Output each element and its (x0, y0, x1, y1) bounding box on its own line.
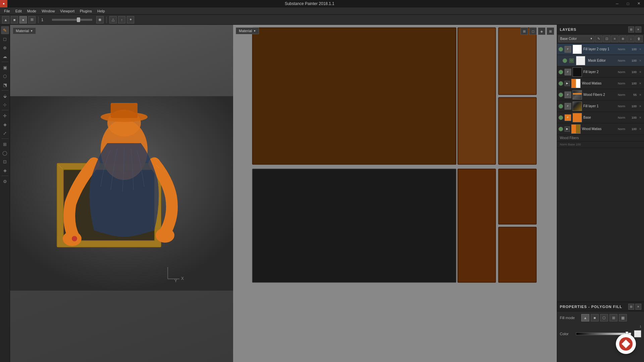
brand-logo-button[interactable] (616, 334, 636, 354)
tool-paint[interactable]: ✎ (1, 26, 9, 34)
svg-rect-24 (458, 28, 496, 165)
layer-delete-5[interactable]: ✕ (638, 104, 643, 109)
menu-file[interactable]: File (1, 8, 13, 14)
layer-tool-3[interactable]: ≡ (611, 36, 619, 42)
layers-channel-dropdown[interactable]: Base Color ▼ (558, 36, 594, 42)
brush-picker-btn[interactable]: ◉ (96, 16, 104, 23)
properties-expand-btn[interactable]: ⊞ (628, 304, 634, 310)
layer-thumb-5 (573, 102, 582, 111)
fill-mode-cube-btn[interactable]: ⬡ (600, 314, 608, 321)
window-controls: ─ □ ✕ (612, 0, 644, 7)
uv-icon-1[interactable]: ⊞ (521, 27, 528, 35)
uv-icon-2[interactable]: ◻ (529, 27, 537, 35)
layer-delete-3[interactable]: ✕ (638, 81, 643, 86)
tool-arrow-up[interactable]: ↑ (118, 16, 125, 23)
properties-close-btn[interactable]: ✕ (635, 304, 641, 310)
maximize-button[interactable]: □ (623, 0, 633, 7)
tool-color-pick[interactable]: ✛ (1, 112, 9, 120)
tool-square[interactable]: ■ (11, 16, 18, 23)
tool-extra-3[interactable]: ◈ (1, 166, 9, 174)
layer-wood-fibers2[interactable]: F Wood Fibers 2 Norm 55 ✕ (557, 89, 644, 101)
layer-vis-mask[interactable] (562, 58, 567, 63)
layer-vis-6[interactable] (558, 115, 563, 120)
tool-eraser[interactable]: ◻ (1, 35, 9, 43)
layer-tool-4[interactable]: ⊕ (619, 36, 627, 42)
menu-edit[interactable]: Edit (13, 8, 24, 14)
tool-circle[interactable]: ● (19, 16, 27, 23)
layer-wood-matias-2[interactable]: ▶ Wood Matias Norm 100 ✕ (557, 123, 644, 135)
viewport-3d[interactable]: Y X Material ▼ (10, 25, 233, 362)
tool-layers[interactable]: ⊞ (1, 140, 9, 148)
tool-select[interactable]: ⬔ (1, 81, 9, 89)
tool-extra-2[interactable]: ⊡ (1, 158, 9, 166)
menu-window[interactable]: Window (39, 8, 57, 14)
layer-base[interactable]: F Base Norm 100 ✕ (557, 112, 644, 123)
layer-delete-7[interactable]: ✕ (638, 127, 643, 131)
left-toolbar: ✎ ◻ ⊕ ☁ ▣ ⬡ ⬔ ⬙ ⊹ ✛ ◈ ⤢ ⊞ ◯ ⊡ ◈ ⚙ (0, 25, 10, 362)
minimize-button[interactable]: ─ (612, 0, 623, 7)
menu-help[interactable]: Help (95, 8, 108, 14)
layer-fill2[interactable]: F Fill layer 2 Norm 100 ✕ (557, 66, 644, 78)
close-button[interactable]: ✕ (633, 0, 644, 7)
layer-mask-editor[interactable]: □ Mask Editor Norm 100 ✕ (557, 55, 644, 66)
menu-plugins[interactable]: Plugins (77, 8, 95, 14)
tool-smudge[interactable]: ☁ (1, 52, 9, 60)
layer-delete-6[interactable]: ✕ (638, 115, 643, 120)
tool-star[interactable]: ✦ (127, 16, 134, 23)
color-picker-btn[interactable] (634, 330, 641, 338)
layer-vis-5[interactable] (558, 104, 563, 109)
layer-vis-4[interactable] (558, 93, 563, 97)
layer-vis-1[interactable] (558, 47, 563, 52)
layer-tool-delete[interactable]: 🗑 (635, 36, 643, 42)
mask-delete[interactable]: ✕ (638, 58, 643, 63)
toolbar-separator-2 (106, 16, 107, 23)
layer-vis-2[interactable] (558, 70, 563, 74)
viewport-right-dropdown[interactable]: Material ▼ (236, 27, 259, 34)
menu-mode[interactable]: Mode (24, 8, 39, 14)
layer-fill1[interactable]: F Fill layer 1 Norm 100 ✕ (557, 101, 644, 112)
tool-settings[interactable]: ⚙ (1, 177, 9, 185)
tool-triangle[interactable]: ▲ (2, 16, 9, 23)
tool-clone[interactable]: ⊕ (1, 44, 9, 52)
layers-close-btn[interactable]: ✕ (635, 26, 641, 33)
viewport-uv[interactable]: U ↑ Material ▼ ⊞ ◻ ◈ ⊠ (233, 25, 557, 362)
tool-grid[interactable]: ⊞ (28, 16, 36, 23)
mask-opacity: 100 (627, 59, 637, 62)
fill-mode-uv-btn[interactable]: ⊞ (609, 314, 618, 321)
layer-delete-2[interactable]: ✕ (638, 70, 643, 74)
fill-mode-square-btn[interactable]: ■ (591, 314, 599, 321)
layer-opacity-3: 100 (627, 82, 637, 85)
layer-delete-1[interactable]: ✕ (638, 47, 643, 52)
brush-size-slider[interactable] (52, 19, 92, 21)
layer-wood-matias-1[interactable]: ▶ Wood Matias Norm 100 ✕ (557, 78, 644, 89)
layer-name-6: Base (583, 116, 616, 119)
layer-tool-1[interactable]: ✎ (595, 36, 602, 42)
viewport-left-dropdown[interactable]: Material ▼ (13, 27, 36, 34)
menu-bar: File Edit Mode Window Viewport Plugins H… (0, 7, 644, 15)
layer-vis-7[interactable] (558, 127, 563, 131)
layers-expand-btn[interactable]: ⊞ (628, 26, 634, 33)
layer-tool-2[interactable]: ⊡ (603, 36, 610, 42)
layer-folder-icon-7: ▶ (565, 126, 570, 132)
tool-polygon[interactable]: ⬡ (1, 72, 9, 80)
tool-transform[interactable]: ⤢ (1, 129, 9, 137)
wood-fibers-label: Wood Fibers (557, 135, 644, 141)
layer-tool-5[interactable]: ↓ (627, 36, 635, 42)
layer-fill2copy1[interactable]: F Fill layer 2 copy 1 Norm 100 ✕ (557, 44, 644, 55)
tool-fill[interactable]: ▣ (1, 63, 9, 71)
uv-icon-camera[interactable]: ⊠ (547, 27, 554, 35)
tool-anchor[interactable]: ◈ (1, 120, 9, 128)
layer-name-4: Wood Fibers 2 (583, 93, 616, 97)
tool-height[interactable]: ⬙ (1, 92, 9, 100)
layers-toolbar: Base Color ▼ ✎ ⊡ ≡ ⊕ ↓ 🗑 (557, 34, 644, 44)
fill-mode-triangle-btn[interactable]: ▲ (581, 314, 589, 321)
tool-measure[interactable]: ⊹ (1, 101, 9, 109)
tool-tri-outline[interactable]: △ (109, 16, 117, 23)
fill-mode-checker-btn[interactable]: ▦ (619, 314, 627, 321)
uv-icon-3[interactable]: ◈ (538, 27, 545, 35)
tool-extra-1[interactable]: ◯ (1, 149, 9, 157)
layer-delete-4[interactable]: ✕ (638, 93, 643, 97)
layer-vis-3[interactable] (558, 81, 563, 86)
svg-rect-28 (458, 169, 496, 282)
menu-viewport[interactable]: Viewport (57, 8, 77, 14)
